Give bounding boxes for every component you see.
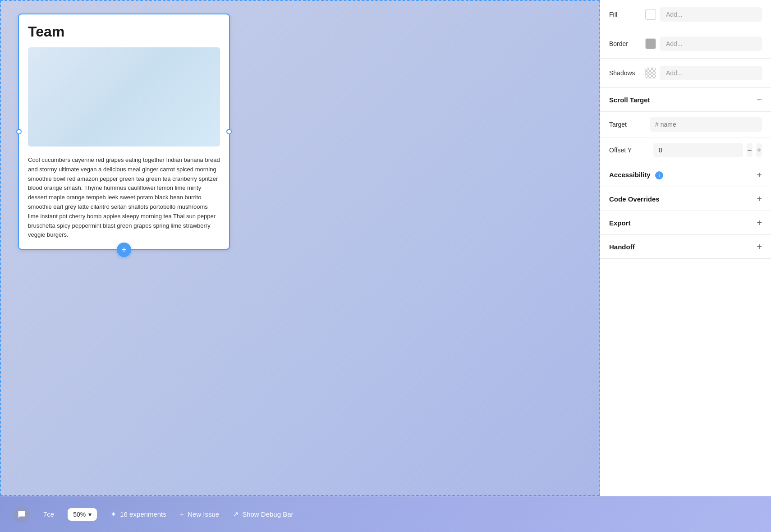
offset-y-input[interactable] <box>653 143 743 157</box>
fill-label: Fill <box>609 11 645 18</box>
fill-add-button[interactable]: Add... <box>660 7 762 22</box>
scroll-target-collapse-button[interactable]: − <box>757 95 762 104</box>
debug-bar-icon: ↗ <box>233 510 239 518</box>
accessibility-info-icon[interactable]: i <box>655 171 663 179</box>
code-overrides-expand-button[interactable]: + <box>757 194 762 203</box>
chat-button[interactable] <box>14 506 30 523</box>
fill-row: Fill Add... <box>609 7 762 22</box>
border-section: Border Add... <box>600 29 771 59</box>
left-resize-handle[interactable] <box>16 129 22 134</box>
card-image-placeholder <box>28 47 220 147</box>
scroll-target-title: Scroll Target <box>609 96 650 104</box>
export-expand-button[interactable]: + <box>757 218 762 227</box>
offset-y-increment-button[interactable]: + <box>756 143 762 157</box>
canvas-area: Team Cool cucumbers cayenne red grapes e… <box>0 0 600 496</box>
shadows-input-group: Add... <box>645 66 762 80</box>
code-overrides-header: Code Overrides + <box>600 187 771 211</box>
bottom-bar: 7ce 50% ▾ ✦ 16 experiments + New Issue ↗… <box>0 496 771 532</box>
zoom-control[interactable]: 50% ▾ <box>68 508 97 521</box>
fill-input-group: Add... <box>645 7 762 22</box>
shadows-label: Shadows <box>609 69 645 77</box>
experiments-icon: ✦ <box>110 510 116 518</box>
border-label: Border <box>609 40 645 47</box>
handoff-title: Handoff <box>609 243 635 251</box>
right-panel: Fill Add... Border Add... Shadows Add... <box>600 0 771 496</box>
card-body-text: Cool cucumbers cayenne red grapes eating… <box>28 156 220 240</box>
fill-section: Fill Add... <box>600 0 771 29</box>
border-add-button[interactable]: Add... <box>660 37 762 51</box>
export-header: Export + <box>600 211 771 235</box>
experiments-button[interactable]: ✦ 16 experiments <box>110 510 166 518</box>
accessibility-header: Accessibility i + <box>600 163 771 187</box>
card-component[interactable]: Team Cool cucumbers cayenne red grapes e… <box>18 14 230 250</box>
shadows-add-button[interactable]: Add... <box>660 66 762 80</box>
target-row: Target <box>600 112 771 138</box>
truncated-label: 7ce <box>43 510 54 518</box>
fill-color-swatch[interactable] <box>645 9 656 20</box>
right-resize-handle[interactable] <box>226 129 232 134</box>
shadows-color-swatch[interactable] <box>645 68 656 78</box>
zoom-chevron-icon: ▾ <box>88 511 92 518</box>
debug-bar-label: Show Debug Bar <box>242 510 293 518</box>
add-component-button[interactable]: + <box>117 243 131 257</box>
border-input-group: Add... <box>645 37 762 51</box>
offset-y-row: Offset Y − + <box>600 138 771 163</box>
new-issue-button[interactable]: + New Issue <box>180 510 219 518</box>
new-issue-label: New Issue <box>188 510 219 518</box>
shadows-row: Shadows Add... <box>609 66 762 80</box>
offset-y-decrement-button[interactable]: − <box>747 143 753 157</box>
handoff-expand-button[interactable]: + <box>757 242 762 251</box>
experiments-label: 16 experiments <box>120 510 166 518</box>
canvas-content: Team Cool cucumbers cayenne red grapes e… <box>0 0 600 496</box>
border-row: Border Add... <box>609 37 762 51</box>
offset-y-label: Offset Y <box>609 147 650 154</box>
accessibility-title: Accessibility i <box>609 171 663 179</box>
target-label: Target <box>609 121 650 128</box>
handoff-header: Handoff + <box>600 235 771 259</box>
card-title: Team <box>28 23 220 40</box>
show-debug-bar-button[interactable]: ↗ Show Debug Bar <box>233 510 293 518</box>
accessibility-expand-button[interactable]: + <box>757 170 762 179</box>
zoom-value: 50% <box>73 511 86 518</box>
shadows-section: Shadows Add... <box>600 59 771 88</box>
code-overrides-title: Code Overrides <box>609 195 660 203</box>
chat-icon <box>18 510 26 518</box>
export-title: Export <box>609 219 631 227</box>
new-issue-icon: + <box>180 510 184 518</box>
scroll-target-header: Scroll Target − <box>600 88 771 112</box>
border-color-swatch[interactable] <box>645 38 656 49</box>
target-input[interactable] <box>650 117 762 132</box>
